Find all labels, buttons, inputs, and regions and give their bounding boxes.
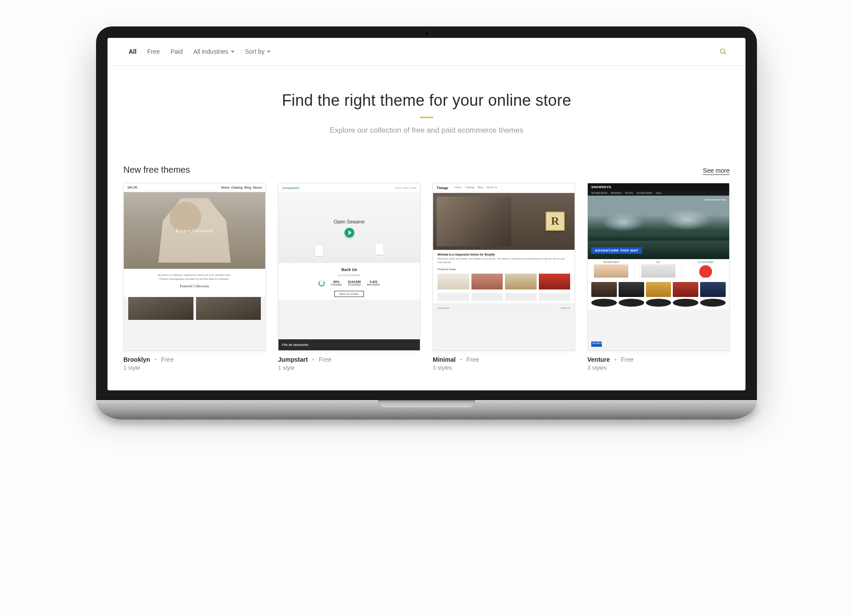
preview-stat: 66%FUNDED <box>331 280 342 286</box>
preview-brand: SNOWDEVIL <box>591 186 612 189</box>
theme-price: Free <box>621 356 634 363</box>
preview-tile <box>539 274 571 289</box>
preview-product <box>591 299 617 307</box>
hero-underline <box>420 117 433 118</box>
filter-industries-dropdown[interactable]: All industries <box>188 45 240 58</box>
filter-all[interactable]: All <box>123 45 142 58</box>
theme-card-venture[interactable]: SNOWDEVIL SNOWBOARDS BINDINGS BOOTS ACCE… <box>587 183 730 371</box>
preview-nav-link: BINDINGS <box>611 192 622 194</box>
svg-point-0 <box>720 49 725 53</box>
preview-product-row <box>588 297 729 309</box>
preview-hero-text: Rugged Outerwear <box>176 228 213 233</box>
preview-category: ACCESSORIES <box>682 259 729 279</box>
theme-styles: 1 style <box>278 364 420 371</box>
play-icon <box>345 228 354 237</box>
hero-title: Find the right theme for your online sto… <box>123 91 730 110</box>
category-swatch <box>641 264 675 278</box>
preview-tile <box>438 293 469 301</box>
preview-blurb: Minimal is clean and simple, and adapts … <box>438 257 565 263</box>
theme-name: Jumpstart <box>278 356 308 363</box>
theme-thumb-jumpstart: Jumpstart Open Sesame Back Us <box>278 183 420 351</box>
preview-hero-tag: ADVENTURE THIS WAY <box>591 247 642 254</box>
page-content: Find the right theme for your online sto… <box>108 66 745 390</box>
card-title-row: Venture • Free <box>587 356 730 363</box>
preview-nav: Jumpstart <box>278 183 420 193</box>
card-title-row: Brooklyn • Free <box>123 356 266 363</box>
preview-nav-link: SALE <box>656 192 661 194</box>
separator: • <box>612 356 619 363</box>
preview-product <box>646 299 671 307</box>
preview-nav-link: Blog <box>478 186 483 190</box>
preview-tile <box>471 293 503 301</box>
progress-ring-icon <box>319 280 325 286</box>
filter-paid[interactable]: Paid <box>165 45 188 58</box>
preview-hero: R <box>433 193 575 250</box>
preview-backus-sub: ON KICKSTARTER <box>338 274 360 277</box>
preview-stat: 9,420BACKERS <box>367 280 380 286</box>
theme-price: Free <box>161 356 174 363</box>
theme-thumb-venture: SNOWDEVIL SNOWBOARDS BINDINGS BOOTS ACCE… <box>587 183 730 351</box>
preview-header: Vintage Home Catalog Blog About Us <box>433 183 575 193</box>
preview-brand: SPLTR. <box>127 186 138 189</box>
preview-category: SKI <box>635 259 682 279</box>
filter-free[interactable]: Free <box>142 45 165 58</box>
theme-card-minimal[interactable]: Vintage Home Catalog Blog About Us R <box>433 183 575 371</box>
preview-product <box>700 282 726 297</box>
hamburger-icon <box>394 186 416 189</box>
preview-nav-link: Home <box>221 186 230 189</box>
theme-card-brooklyn[interactable]: SPLTR. Home Catalog Blog About Rugged Ou… <box>123 183 266 371</box>
preview-nav-link: Home <box>454 186 461 190</box>
preview-brand: Vintage <box>437 186 448 190</box>
card-meta: Venture • Free 3 styles <box>587 356 730 371</box>
filter-industries-label: All industries <box>193 48 228 55</box>
camera-dot <box>424 31 429 36</box>
theme-price: Free <box>467 356 479 363</box>
preview-tile <box>438 274 469 289</box>
theme-thumb-brooklyn: SPLTR. Home Catalog Blog About Rugged Ou… <box>123 183 266 351</box>
preview-subhead: Featured Collections <box>130 284 259 289</box>
theme-name: Brooklyn <box>123 356 150 363</box>
preview-nav-link: Catalog <box>231 186 243 189</box>
theme-styles: 3 styles <box>433 364 575 371</box>
preview-backus: Back Us ON KICKSTARTER 66%FUNDED $144,00… <box>278 263 420 300</box>
preview-footer-left: Latest News <box>438 307 450 309</box>
separator: • <box>152 356 159 363</box>
preview-nav-link: About <box>253 186 262 189</box>
preview-nav: SNOWBOARDS BINDINGS BOOTS ACCESSORIES SA… <box>588 190 729 196</box>
preview-small-tiles <box>433 293 575 304</box>
preview-strapline: Charge all winter long <box>705 198 726 201</box>
theme-grid: SPLTR. Home Catalog Blog About Rugged Ou… <box>123 183 730 371</box>
preview-tile <box>471 274 503 289</box>
card-meta: Brooklyn • Free 1 style <box>123 356 266 371</box>
preview-product <box>673 282 698 297</box>
preview-product-row <box>588 279 729 297</box>
preview-topbar: SNOWDEVIL <box>588 183 729 190</box>
theme-styles: 1 style <box>123 364 266 371</box>
search-icon <box>719 48 727 56</box>
separator: • <box>457 356 465 363</box>
preview-hero: Charge all winter long ADVENTURE THIS WA… <box>588 196 729 259</box>
preview-product <box>591 282 617 297</box>
laptop-hinge-notch <box>378 400 475 408</box>
section-title: New free themes <box>123 165 190 175</box>
preview-product <box>375 244 383 255</box>
category-swatch <box>688 264 723 278</box>
filter-sort-dropdown[interactable]: Sort by <box>240 45 276 58</box>
preview-nav: Vintage Home Catalog Blog About Us <box>433 183 575 193</box>
preview-footer-right: Follow Us <box>560 307 570 309</box>
preview-tiles <box>433 272 575 293</box>
preview-footer: Latest News Follow Us <box>433 304 575 312</box>
laptop-screen: All Free Paid All industries Sort by <box>96 26 757 400</box>
see-more-link[interactable]: See more <box>703 167 730 175</box>
theme-card-jumpstart[interactable]: Jumpstart Open Sesame Back Us <box>278 183 420 371</box>
search-button[interactable] <box>716 45 730 58</box>
preview-tile <box>539 293 571 301</box>
laptop-mockup: All Free Paid All industries Sort by <box>96 26 757 419</box>
preview-tile <box>505 293 537 301</box>
section-header: New free themes See more <box>123 165 730 175</box>
preview-copy: Brooklyn is a tailored, responsive theme… <box>124 269 265 297</box>
card-title-row: Minimal • Free <box>433 356 575 363</box>
preview-tile <box>196 297 261 320</box>
hero-subtitle: Explore our collection of free and paid … <box>123 126 730 135</box>
preview-featured-label: Featured Items <box>433 266 575 272</box>
